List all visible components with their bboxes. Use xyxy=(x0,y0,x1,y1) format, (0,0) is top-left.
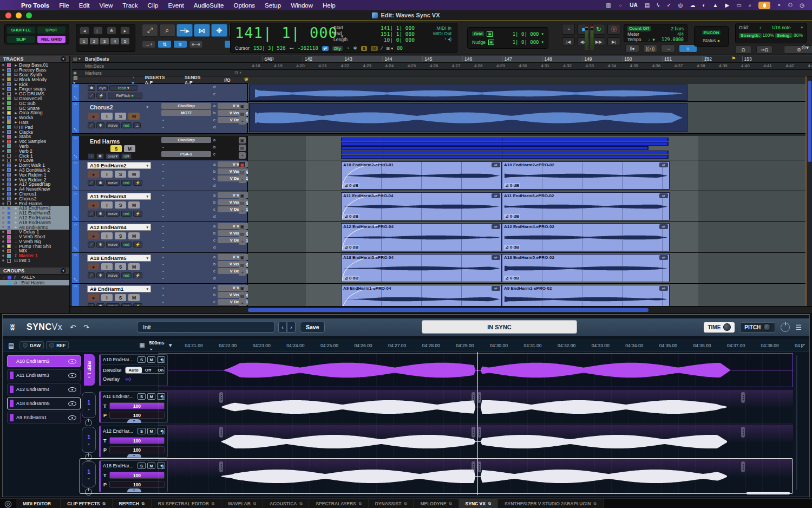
dropbox-icon[interactable]: ϟ xyxy=(657,2,659,8)
track-show-dot[interactable] xyxy=(2,207,4,209)
solo-button[interactable]: S xyxy=(115,201,126,209)
bar-number[interactable]: 150 xyxy=(622,56,662,62)
time-tick[interactable]: 4:28 xyxy=(474,63,496,68)
zoom-in-arrow-icon[interactable]: ▸ xyxy=(120,27,130,35)
tab-window-icon[interactable]: ⧉ xyxy=(299,502,302,506)
track-show-dot[interactable] xyxy=(2,245,4,248)
insert-empty[interactable]: • xyxy=(161,261,211,267)
track-list-name[interactable]: A11 EndHarm3 xyxy=(19,211,50,216)
send-letter[interactable]: c xyxy=(213,152,218,157)
swing-label[interactable]: Swing: xyxy=(775,33,793,38)
spotlight-icon[interactable]: ⌕ xyxy=(749,2,752,9)
track-list-name[interactable]: Clacks xyxy=(19,129,33,134)
timeline-insertion-icon[interactable]: ◔ xyxy=(443,36,446,42)
tab-window-icon[interactable]: ⧉ xyxy=(594,502,597,506)
plugin-tab[interactable]: RX SPECTRAL EDITOR ⧉ xyxy=(152,499,221,508)
audio-clip[interactable]: A18 EndHarm5-ePRO-04 ⇌ ⊿ 0 dB xyxy=(341,254,502,282)
zoom-preset-button[interactable]: 1 xyxy=(80,38,88,44)
track-list-item[interactable]: ► Finger snaps xyxy=(0,87,69,92)
insert-empty[interactable]: • xyxy=(161,168,211,174)
time-tick[interactable]: 4:42 xyxy=(785,63,808,68)
track-show-dot[interactable] xyxy=(2,240,4,243)
time-tick[interactable]: 4:41 xyxy=(763,63,785,68)
audio-clip[interactable] xyxy=(249,103,687,132)
pitch-mode-button[interactable]: PITCH xyxy=(740,322,775,333)
track-show-dot[interactable] xyxy=(2,255,4,257)
insert-psa1[interactable]: PSA-1 xyxy=(161,151,211,157)
clip-gain-badge[interactable]: ⊿ 0 dB xyxy=(504,214,520,219)
elastic-audio-icon[interactable]: ⇌ xyxy=(322,46,329,51)
bar-number[interactable]: 144 xyxy=(382,56,422,62)
bar-number[interactable]: 148 xyxy=(542,56,582,62)
track-view-selector[interactable]: wave xyxy=(106,272,120,278)
denoise-auto-option[interactable]: Auto xyxy=(126,367,142,373)
pitch-amount-slider[interactable]: 100 xyxy=(109,412,165,419)
elastic-icon[interactable]: ✱ xyxy=(96,211,104,217)
toolbar-target-icon[interactable]: ⊙▾ xyxy=(802,44,809,50)
plugin-track-chip[interactable]: A12 EndHarm4 xyxy=(7,383,81,395)
groups-menu-icon[interactable]: ▾ xyxy=(61,268,66,273)
plugin-track-name[interactable]: A11 EndHarm3 xyxy=(16,373,49,378)
track-list-name[interactable]: Hi Pad xyxy=(19,125,33,129)
pitch-amount-slider[interactable]: 100 xyxy=(109,481,165,488)
track-list-item[interactable]: ► A3 DontWalk 2 xyxy=(0,168,69,173)
zoom-preset-button[interactable]: 2 xyxy=(90,38,99,44)
plugin-time-tick[interactable]: 04:34.00 xyxy=(625,343,659,348)
mute-button[interactable]: M xyxy=(124,145,135,152)
track-list-name[interactable]: Inst 1 xyxy=(19,258,30,263)
track-name[interactable]: A18 EndHarm5▾ xyxy=(87,255,151,262)
edit-mode-button[interactable]: SLIP xyxy=(7,36,35,43)
time-tick[interactable]: 4:39 xyxy=(719,63,741,68)
fader-icon[interactable]: ⟋ xyxy=(88,93,95,99)
time-tick[interactable]: 4:29 xyxy=(496,63,519,68)
menu-item-file[interactable]: File xyxy=(54,2,74,9)
clock-icon[interactable]: ◔ xyxy=(88,153,95,159)
plugin-vertical-scrollbar[interactable] xyxy=(796,355,797,490)
repitch-insert-button[interactable]: RePitch ● xyxy=(108,93,142,99)
groups-panel-header[interactable]: GROUPS▾ xyxy=(0,268,69,275)
redo-icon[interactable]: ↷ xyxy=(83,323,89,331)
track-list-name[interactable]: Wocka xyxy=(19,115,33,120)
end-value[interactable]: 151| 1| 000 xyxy=(381,31,415,37)
track-list-item[interactable]: ▾ V Love xyxy=(0,158,69,163)
track-list-item[interactable]: ► Orca String xyxy=(0,110,69,115)
track-view-selector[interactable]: wave xyxy=(106,242,120,248)
send-letter[interactable]: d xyxy=(213,183,218,188)
add-insert-button[interactable]: + xyxy=(239,269,246,276)
length-value[interactable]: 10| 0| 000 xyxy=(384,37,415,43)
zoom-out-arrow-icon[interactable]: ◂ xyxy=(80,27,89,35)
daw-button[interactable]: DAW xyxy=(19,341,44,349)
warp-indicator-icon[interactable]: ⇌ xyxy=(492,224,500,229)
insertion-follows-icon[interactable]: ⇤⇥ xyxy=(189,40,203,48)
plugin-tab[interactable]: CLIP EFFECTS ⧉ xyxy=(61,499,112,508)
send-letter[interactable]: e xyxy=(213,92,218,96)
track-list-name[interactable]: Deep Bass.01 xyxy=(19,63,48,68)
plugin-tab[interactable]: MELODYNE ⧉ xyxy=(414,499,459,508)
track-list-name[interactable]: Finger snaps xyxy=(19,87,46,92)
count-off-label[interactable]: Count Off xyxy=(627,26,651,31)
zoomer-tool[interactable]: ⌕ xyxy=(159,24,175,37)
grid-note-label[interactable]: Grid: xyxy=(739,25,749,30)
track-show-dot[interactable] xyxy=(2,212,4,214)
mute-button[interactable]: M xyxy=(128,113,140,120)
ref-track-name[interactable]: A10 EndHar... xyxy=(103,357,136,362)
track-list-name[interactable]: Verb xyxy=(19,144,29,149)
bar-number[interactable]: 143 xyxy=(343,56,383,62)
track-list-item[interactable]: ► Chorus2 xyxy=(0,196,69,201)
track-color-strip[interactable]: ◠⤡ xyxy=(72,191,79,222)
plugin-tab[interactable]: ACOUSTICA ⧉ xyxy=(263,499,310,508)
microphone-active-icon[interactable] xyxy=(758,2,770,9)
insert-empty[interactable]: • xyxy=(161,275,211,281)
track-show-dot[interactable] xyxy=(2,226,4,228)
group-name[interactable]: <ALL> xyxy=(21,275,35,280)
track-list-name[interactable]: Click 1 xyxy=(19,153,33,158)
user-switch-icon[interactable]: ⚇ xyxy=(788,2,793,8)
tracks-menu-icon[interactable]: ▾ xyxy=(61,56,66,62)
insert-empty[interactable]: • xyxy=(161,237,211,243)
track-list-name[interactable]: A4 NeverKnew xyxy=(19,187,50,192)
sync-handle[interactable] xyxy=(472,427,475,438)
freeze-icon[interactable]: ⚡ xyxy=(133,242,142,248)
track-show-dot[interactable] xyxy=(2,102,4,105)
comments-button[interactable]: ▤ xyxy=(239,200,246,206)
plugin-track-name[interactable]: A10 EndHarm2 xyxy=(16,359,50,364)
